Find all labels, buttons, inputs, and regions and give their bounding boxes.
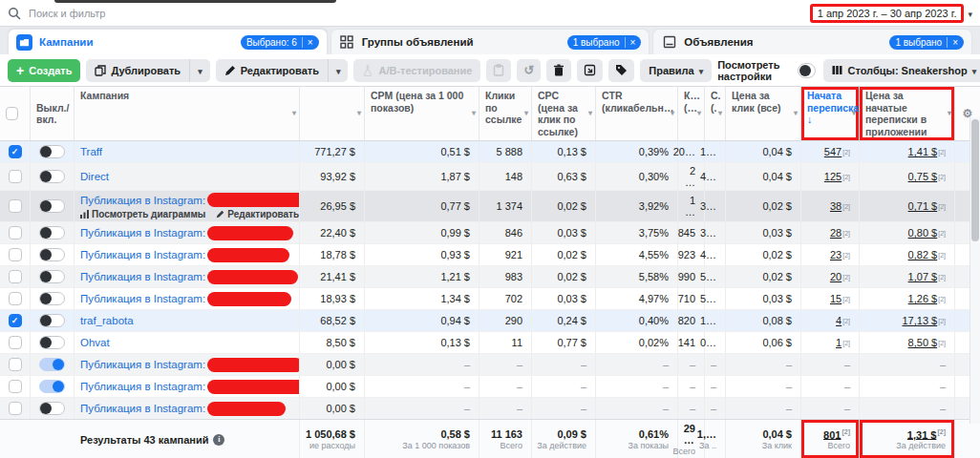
edit-dropdown-button[interactable] [329,59,349,82]
table-row[interactable]: Публикация в Instagram: 22,40 $ 0,99 $ 8… [0,222,980,244]
campaign-name-link[interactable]: Публикация в Instagram: [80,195,205,206]
header-cost-per-conversation[interactable]: Цена за начатые переписки в приложении [860,87,955,140]
export-button[interactable] [577,59,603,82]
edit-button[interactable]: Редактировать [216,59,329,82]
campaign-name-link[interactable]: Публикация в Instagram: [80,293,205,304]
table-row[interactable]: Direct 93,92 $ 1,87 $ 148 0,63 $ 0,30% 2… [0,163,980,191]
tag-button[interactable] [608,59,634,82]
clear-selection-icon[interactable] [947,37,958,48]
table-row[interactable]: Публикация в Instagram: 18,78 $ 0,93 $ 9… [0,244,980,266]
header-cpc[interactable]: CPC (цена за клик по ссылке) [532,87,596,140]
select-all-checkbox[interactable] [6,107,18,120]
cell-spend: 771,27 $ [300,141,365,162]
campaign-name-link[interactable]: Direct [80,171,109,182]
tab-campaigns[interactable]: Кампании Выбрано: 6 [8,29,328,54]
table-row[interactable]: Traff 771,27 $ 0,51 $ 5 888 0,13 $ 0,39%… [0,141,980,163]
clipboard-button[interactable] [486,59,511,82]
view-charts-action[interactable]: Посмотреть диаграммы [80,209,205,219]
row-checkbox[interactable] [9,248,22,261]
tab-label: Группы объявлений [362,36,474,48]
onoff-toggle[interactable] [39,314,65,327]
tag-icon [615,64,628,76]
campaign-name-cell: Публикация в Instagram: [75,354,300,375]
header-onoff[interactable]: Выкл./вкл. [31,87,75,140]
table-row[interactable]: Публикация в Instagram: 0,00 $ – – – – –… [0,398,980,419]
clear-selection-icon[interactable] [625,37,636,48]
tab-ads[interactable]: Объявления 1 выбрано [652,29,972,54]
ab-test-button[interactable]: А/В-тестирование [353,59,480,82]
campaign-name-link[interactable]: Ohvat [80,337,110,348]
row-checkbox[interactable] [9,336,22,349]
cell-c-truncated: 3… [705,191,726,221]
clipboard-icon [493,64,504,76]
row-checkbox[interactable] [9,145,22,158]
table-row[interactable]: traf_rabota 68,52 $ 0,94 $ 290 0,24 $ 0,… [0,310,980,332]
onoff-toggle[interactable] [39,145,65,158]
edit-action[interactable]: Редактировать [216,209,299,219]
onoff-toggle[interactable] [39,358,65,371]
date-range-button[interactable]: 1 апр 2023 г. – 30 апр 2023 г. [810,4,972,23]
row-checkbox[interactable] [9,226,22,239]
campaign-name-link[interactable]: Публикация в Instagram: [80,249,205,260]
header-conversations-started[interactable]: Начата переписка [801,87,860,140]
campaign-name-link[interactable]: Публикация в Instagram: [80,403,205,414]
duplicate-button[interactable]: Дублировать [86,59,190,82]
table-row[interactable]: Публикация в Instagram: 0,00 $ – – – – –… [0,354,980,376]
campaign-name-link[interactable]: traf_rabota [80,315,134,326]
onoff-toggle[interactable] [39,380,65,393]
table-row[interactable]: Публикация в Instagram: 21,41 $ 1,21 $ 9… [0,266,980,288]
undo-button[interactable]: ↺ [517,59,541,82]
campaign-name-link[interactable]: Публикация в Instagram: [80,271,205,282]
row-checkbox[interactable] [9,292,22,305]
info-icon[interactable] [213,434,224,446]
header-spend[interactable] [300,87,365,140]
scrollbar-thumb[interactable] [971,119,979,241]
table-row[interactable]: Ohvat 8,50 $ 0,13 $ 11 0,77 $ 0,02% 141 … [0,332,980,354]
header-cpm[interactable]: CPM (цена за 1 000 показов) [365,87,479,140]
onoff-toggle[interactable] [39,270,65,283]
header-k-truncated[interactable]: К… (… [678,87,705,140]
onoff-toggle[interactable] [39,402,65,415]
campaign-name-link[interactable]: Публикация в Instagram: [80,381,205,392]
onoff-toggle[interactable] [39,199,65,213]
campaign-name-cell: Публикация в Instagram: [75,222,300,243]
header-c-truncated[interactable]: С. (. [705,87,726,140]
view-settings-toggle[interactable] [798,63,816,78]
row-checkbox-cell [0,288,31,309]
search-input[interactable] [29,8,810,19]
campaign-name-link[interactable]: Публикация в Instagram: [80,227,205,239]
cell-cost-per-click: – [726,354,801,375]
row-toggle-cell [31,310,75,331]
columns-button[interactable]: Столбцы: Sneakershop [823,59,980,82]
row-checkbox[interactable] [9,380,22,393]
rules-button[interactable]: Правила [640,59,712,82]
campaign-name-link[interactable]: Traff [80,146,102,157]
duplicate-dropdown-button[interactable] [190,59,210,82]
onoff-toggle[interactable] [39,336,65,349]
table-row[interactable]: Публикация в Instagram: 18,93 $ 1,34 $ 7… [0,288,980,310]
clear-selection-icon[interactable] [302,37,313,48]
cell-cpm: – [365,398,479,419]
row-checkbox[interactable] [9,199,22,213]
header-ctr[interactable]: CTR (кликабельн… [596,87,678,140]
table-row[interactable]: Публикация в Instagram: 0,00 $ – – – – –… [0,376,980,398]
onoff-toggle[interactable] [39,226,65,239]
row-checkbox[interactable] [9,314,22,327]
header-campaign[interactable]: Кампания [75,87,300,140]
header-cost-per-click[interactable]: Цена за клик (все) [726,87,801,140]
delete-button[interactable] [546,59,571,82]
onoff-toggle[interactable] [39,292,65,305]
campaign-name-link[interactable]: Публикация в Instagram: [80,359,205,370]
row-checkbox[interactable] [9,358,22,371]
tab-adsets[interactable]: Группы объявлений 1 выбрано [330,29,650,54]
row-checkbox[interactable] [9,170,22,183]
onoff-toggle[interactable] [39,170,65,183]
create-button[interactable]: Создать [8,59,80,82]
onoff-toggle[interactable] [39,248,65,261]
row-checkbox[interactable] [9,270,22,283]
row-checkbox[interactable] [9,402,22,415]
footer-spacer [955,420,980,458]
header-link-clicks[interactable]: Клики по ссылке [479,87,532,140]
vertical-scrollbar[interactable] [969,117,980,424]
table-row[interactable]: Публикация в Instagram: Посмотреть диагр… [0,191,980,222]
